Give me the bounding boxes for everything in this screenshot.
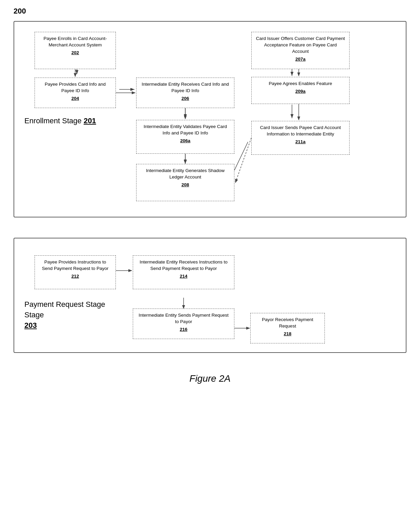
payment-stage-label-2: Stage [24,311,44,319]
box-216-text: Intermediate Entity Sends Payment Reques… [139,313,229,324]
payment-stage-label: Payment Request Stage Stage 203 [24,299,105,331]
enrollment-diagram: Payee Enrolls in Card Account-Merchant A… [14,21,406,217]
box-212-num: 212 [39,273,111,280]
figure-caption-text: Figure 2A [189,373,230,384]
box-206-text: Intermediate Entity Receives Card Info a… [142,82,229,93]
payment-diagram: Payee Provides Instructions to Send Paym… [14,238,406,353]
box-212: Payee Provides Instructions to Send Paym… [35,255,116,289]
box-218-text: Payor Receives Payment Request [262,317,313,329]
box-212-text: Payee Provides Instructions to Send Paym… [42,259,109,271]
box-211a: Card Issuer Sends Payee Card Account Inf… [251,121,350,155]
box-216: Intermediate Entity Sends Payment Reques… [133,309,234,339]
box-204-text: Payee Provides Card Info and Payee ID In… [45,82,106,93]
svg-line-16 [235,138,251,183]
box-206a: Intermediate Entity Validates Payee Card… [136,120,234,154]
box-202: Payee Enrolls in Card Account-Merchant A… [35,32,116,69]
box-206a-num: 206a [141,138,230,144]
box-208-num: 208 [141,182,230,188]
box-218: Payor Receives Payment Request 218 [250,313,325,343]
box-202-text: Payee Enrolls in Card Account-Merchant A… [44,36,107,47]
box-204-num: 204 [39,96,111,102]
box-208: Intermediate Entity Generates Shadow Led… [136,164,234,201]
enrollment-stage-num: 201 [84,117,96,125]
box-207a-text: Card Issuer Offers Customer Card Payment… [256,36,345,54]
box-208-text: Intermediate Entity Generates Shadow Led… [146,168,225,179]
box-207a-num: 207a [256,56,345,63]
box-214: Intermediate Entity Receives Instruction… [133,255,234,289]
box-204: Payee Provides Card Info and Payee ID In… [35,78,116,108]
box-206: Intermediate Entity Receives Card Info a… [136,78,234,108]
box-207a: Card Issuer Offers Customer Card Payment… [251,32,350,69]
box-209a: Payee Agrees Enables Feature 209a [251,77,350,104]
box-209a-text: Payee Agrees Enables Feature [269,81,332,86]
box-202-num: 202 [39,50,111,56]
box-214-text: Intermediate Entity Receives Instruction… [140,259,228,271]
box-214-num: 214 [137,273,230,280]
box-211a-text: Card Issuer Sends Payee Card Account Inf… [260,125,341,136]
box-211a-num: 211a [256,139,345,145]
diagram-number: 200 [14,7,406,16]
box-216-num: 216 [137,326,230,333]
box-209a-num: 209a [256,88,345,95]
box-206a-text: Intermediate Entity Validates Payee Card… [144,124,227,135]
figure-caption: Figure 2A [189,373,230,384]
enrollment-stage-label: Enrollment Stage 201 [24,117,96,125]
box-206-num: 206 [141,96,230,102]
box-218-num: 218 [255,331,320,337]
